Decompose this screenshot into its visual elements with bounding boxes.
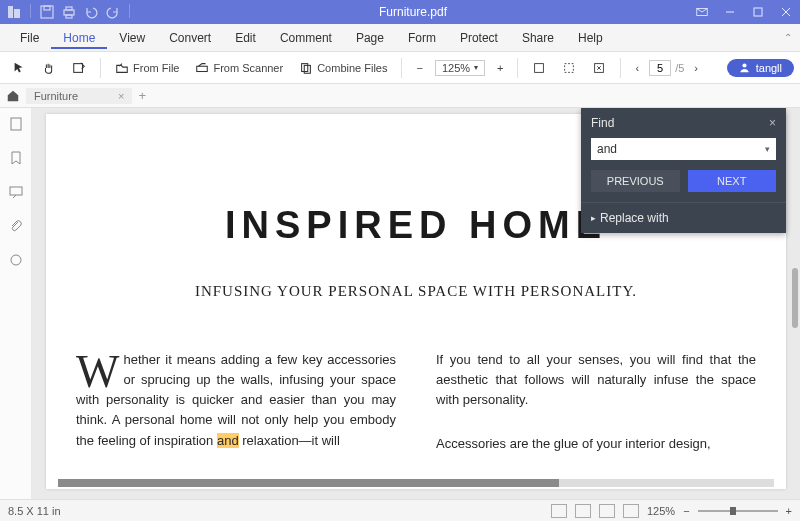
menu-edit[interactable]: Edit bbox=[223, 27, 268, 49]
menu-help[interactable]: Help bbox=[566, 27, 615, 49]
fit-page-icon[interactable] bbox=[556, 58, 582, 78]
menu-home[interactable]: Home bbox=[51, 27, 107, 49]
status-zoom: 125% bbox=[647, 505, 675, 517]
svg-rect-1 bbox=[14, 9, 20, 18]
chevron-right-icon: ▸ bbox=[591, 213, 596, 223]
title-bar: Furniture.pdf bbox=[0, 0, 800, 24]
doc-column-right: If you tend to all your senses, you will… bbox=[436, 350, 756, 455]
menu-view[interactable]: View bbox=[107, 27, 157, 49]
horizontal-scrollbar[interactable] bbox=[58, 479, 774, 487]
svg-rect-6 bbox=[66, 15, 72, 18]
svg-rect-17 bbox=[565, 63, 574, 72]
tab-furniture[interactable]: Furniture × bbox=[26, 88, 132, 104]
svg-rect-9 bbox=[754, 8, 762, 16]
replace-toggle[interactable]: ▸ Replace with bbox=[581, 202, 786, 233]
toolbar: From File From Scanner Combine Files − 1… bbox=[0, 52, 800, 84]
prev-page-button[interactable]: ‹ bbox=[629, 59, 645, 77]
view-two-cont-icon[interactable] bbox=[623, 504, 639, 518]
app-logo-icon bbox=[6, 4, 22, 20]
fit-width-icon[interactable] bbox=[526, 58, 552, 78]
collapse-ribbon-icon[interactable]: ⌃ bbox=[784, 32, 792, 43]
hand-tool[interactable] bbox=[36, 58, 62, 78]
user-pill[interactable]: tangll bbox=[727, 59, 794, 77]
find-previous-button[interactable]: PREVIOUS bbox=[591, 170, 680, 192]
page-dimensions: 8.5 X 11 in bbox=[8, 505, 61, 517]
attachments-icon[interactable] bbox=[8, 218, 24, 238]
redo-icon[interactable] bbox=[105, 4, 121, 20]
svg-rect-13 bbox=[197, 66, 208, 71]
from-file-button[interactable]: From File bbox=[109, 58, 185, 78]
view-single-icon[interactable] bbox=[551, 504, 567, 518]
menu-share[interactable]: Share bbox=[510, 27, 566, 49]
side-toolbar bbox=[0, 108, 32, 499]
chevron-down-icon: ▾ bbox=[474, 63, 478, 72]
find-close-icon[interactable]: × bbox=[769, 116, 776, 130]
bookmarks-icon[interactable] bbox=[8, 150, 24, 170]
save-icon[interactable] bbox=[39, 4, 55, 20]
find-panel: Find × ▾ PREVIOUS NEXT ▸ Replace with bbox=[581, 108, 786, 233]
zoom-in-status[interactable]: + bbox=[786, 505, 792, 517]
doc-subheading: INFUSING YOUR PERSONAL SPACE WITH PERSON… bbox=[76, 283, 756, 300]
svg-point-22 bbox=[11, 255, 21, 265]
print-icon[interactable] bbox=[61, 4, 77, 20]
svg-point-19 bbox=[742, 63, 746, 67]
vertical-scrollbar[interactable] bbox=[792, 268, 798, 328]
find-dropdown-icon[interactable]: ▾ bbox=[759, 144, 776, 154]
window-title: Furniture.pdf bbox=[138, 5, 688, 19]
mail-icon[interactable] bbox=[688, 0, 716, 24]
combine-files-button[interactable]: Combine Files bbox=[293, 58, 393, 78]
menu-protect[interactable]: Protect bbox=[448, 27, 510, 49]
home-icon[interactable] bbox=[6, 89, 20, 103]
from-scanner-button[interactable]: From Scanner bbox=[189, 58, 289, 78]
actual-size-icon[interactable] bbox=[586, 58, 612, 78]
zoom-slider[interactable] bbox=[698, 510, 778, 512]
menu-file[interactable]: File bbox=[8, 27, 51, 49]
page-number-input[interactable] bbox=[649, 60, 671, 76]
close-button[interactable] bbox=[772, 0, 800, 24]
new-tab-button[interactable]: + bbox=[138, 88, 146, 103]
menu-bar: File Home View Convert Edit Comment Page… bbox=[0, 24, 800, 52]
view-continuous-icon[interactable] bbox=[575, 504, 591, 518]
svg-rect-12 bbox=[74, 63, 83, 72]
svg-rect-2 bbox=[41, 6, 53, 18]
zoom-out-button[interactable]: − bbox=[410, 59, 428, 77]
status-bar: 8.5 X 11 in 125% − + bbox=[0, 499, 800, 521]
thumbnails-icon[interactable] bbox=[8, 116, 24, 136]
zoom-value[interactable]: 125%▾ bbox=[435, 60, 485, 76]
menu-page[interactable]: Page bbox=[344, 27, 396, 49]
minimize-button[interactable] bbox=[716, 0, 744, 24]
svg-rect-16 bbox=[535, 63, 544, 72]
svg-rect-5 bbox=[66, 7, 72, 10]
tab-close-icon[interactable]: × bbox=[118, 90, 124, 102]
select-tool[interactable] bbox=[6, 58, 32, 78]
next-page-button[interactable]: › bbox=[688, 59, 704, 77]
zoom-in-button[interactable]: + bbox=[491, 59, 509, 77]
undo-icon[interactable] bbox=[83, 4, 99, 20]
user-icon bbox=[739, 62, 750, 73]
document-tabs: Furniture × + bbox=[0, 84, 800, 108]
view-two-icon[interactable] bbox=[599, 504, 615, 518]
find-input[interactable] bbox=[591, 138, 759, 160]
page-total: /5 bbox=[675, 62, 684, 74]
search-highlight: and bbox=[217, 433, 239, 448]
doc-column-left: Whether it means adding a few key access… bbox=[76, 350, 396, 455]
edit-tool[interactable] bbox=[66, 58, 92, 78]
svg-rect-21 bbox=[10, 187, 22, 195]
menu-form[interactable]: Form bbox=[396, 27, 448, 49]
maximize-button[interactable] bbox=[744, 0, 772, 24]
svg-rect-4 bbox=[64, 10, 74, 15]
document-area: INSPIRED HOME INFUSING YOUR PERSONAL SPA… bbox=[32, 108, 800, 499]
zoom-out-status[interactable]: − bbox=[683, 505, 689, 517]
circle-icon[interactable] bbox=[8, 252, 24, 272]
menu-convert[interactable]: Convert bbox=[157, 27, 223, 49]
svg-rect-3 bbox=[44, 6, 50, 10]
svg-rect-20 bbox=[11, 118, 21, 130]
find-next-button[interactable]: NEXT bbox=[688, 170, 777, 192]
menu-comment[interactable]: Comment bbox=[268, 27, 344, 49]
svg-rect-0 bbox=[8, 6, 13, 18]
find-title: Find bbox=[591, 116, 614, 130]
comments-icon[interactable] bbox=[8, 184, 24, 204]
